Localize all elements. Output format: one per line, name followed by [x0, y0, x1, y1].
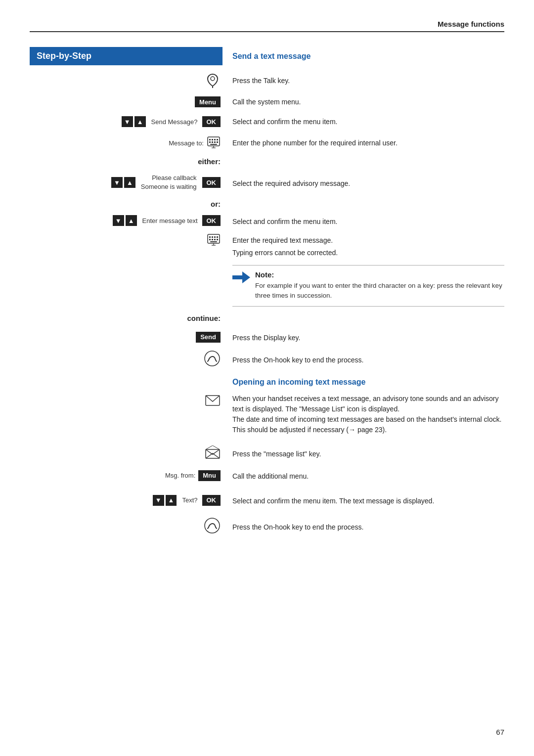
step3-desc: Select and confirm the menu item.: [232, 116, 337, 126]
page-header: Message functions: [30, 20, 504, 32]
nav-arrows-row5: ▼ ▲: [111, 177, 135, 188]
arrow-up-6[interactable]: ▲: [126, 215, 137, 226]
svg-line-34: [208, 527, 209, 529]
send-text-title: Send a text message: [232, 52, 504, 61]
svg-rect-21: [214, 239, 216, 240]
onhook-step1-desc: Press the On-hook key to end the process…: [232, 353, 363, 365]
svg-rect-5: [214, 139, 216, 140]
callback-label: Please callback Someone is waiting: [141, 174, 197, 191]
enter-msg-label: Enter message text: [142, 217, 198, 224]
talk-key-icon: [205, 72, 221, 89]
opening-text-title: Opening an incoming text message: [232, 378, 504, 387]
svg-line-30: [216, 360, 217, 361]
onhook-step2-desc: Press the On-hook key to end the process…: [232, 520, 363, 533]
svg-rect-10: [217, 141, 218, 143]
keyboard-icon-1: [207, 136, 221, 150]
step7-desc-line1: Enter the required text message.: [232, 233, 504, 246]
svg-marker-27: [242, 271, 250, 283]
or-label: or:: [211, 200, 221, 208]
open-envelope-icon: [205, 445, 221, 461]
step7-desc-line2: Typing errors cannot be corrected.: [232, 246, 504, 258]
step6-desc: Select and confirm the menu item.: [232, 215, 337, 227]
ok-button-row6[interactable]: OK: [202, 215, 221, 226]
svg-rect-4: [212, 139, 213, 140]
step-by-step-header: Step-by-Step: [30, 47, 222, 65]
svg-rect-11: [210, 144, 217, 145]
svg-rect-22: [217, 239, 218, 240]
svg-rect-23: [210, 241, 217, 242]
svg-point-33: [205, 518, 220, 533]
nav-arrows-row3: ▼ ▲: [122, 116, 146, 127]
svg-rect-8: [212, 141, 213, 143]
step1-desc: Press the Talk key.: [232, 75, 290, 85]
arrow-up[interactable]: ▲: [134, 116, 146, 127]
keyboard-icon-2: [207, 233, 221, 248]
svg-rect-7: [209, 141, 211, 143]
note-icon: [232, 271, 250, 285]
nav-arrows-text: ▼ ▲: [153, 495, 177, 506]
mnu-button[interactable]: Mnu: [198, 470, 221, 481]
text-label: Text?: [182, 496, 197, 504]
arrow-down-text[interactable]: ▼: [153, 495, 164, 506]
onhook-icon-1: [204, 350, 221, 368]
svg-point-0: [211, 77, 215, 81]
message-to-label: Message to:: [169, 139, 204, 147]
svg-line-35: [216, 527, 217, 529]
nav-arrows-row6: ▼ ▲: [113, 215, 137, 226]
ok-button-row5[interactable]: OK: [202, 177, 221, 188]
svg-rect-26: [232, 275, 242, 279]
step2-desc: Call the system menu.: [232, 96, 301, 106]
note-content: Note: For example if you want to enter t…: [255, 270, 504, 301]
arrow-up-5[interactable]: ▲: [124, 177, 135, 188]
send-button[interactable]: Send: [196, 332, 221, 343]
step5-desc: Select the required advisory message.: [232, 177, 350, 189]
page-number: 67: [496, 728, 504, 736]
svg-point-28: [205, 351, 220, 366]
note-box: Note: For example if you want to enter t…: [232, 265, 504, 307]
send-message-label: Send Message?: [151, 118, 198, 126]
envelope-icon: [205, 394, 221, 409]
header-title: Message functions: [438, 20, 504, 28]
ok-button-row3[interactable]: OK: [202, 116, 221, 127]
open-envelope-desc: Press the "message list" key.: [232, 447, 321, 459]
ok-button-text[interactable]: OK: [202, 495, 221, 506]
svg-rect-19: [209, 239, 211, 240]
either-label: either:: [198, 157, 221, 166]
note-text: For example if you want to enter the thi…: [255, 281, 504, 301]
envelope-desc: When your handset receives a text messag…: [232, 393, 501, 434]
svg-rect-16: [212, 236, 213, 238]
svg-rect-15: [209, 236, 211, 238]
menu-button[interactable]: Menu: [195, 96, 221, 107]
mnu-desc: Call the additional menu.: [232, 469, 309, 482]
svg-line-29: [208, 360, 209, 361]
svg-rect-6: [217, 139, 218, 140]
continue-label: continue:: [187, 314, 221, 322]
step4-desc: Enter the phone number for the required …: [232, 137, 398, 147]
arrow-down-5[interactable]: ▼: [111, 177, 123, 188]
note-title: Note:: [255, 270, 504, 279]
arrow-down[interactable]: ▼: [122, 116, 133, 127]
svg-rect-9: [214, 141, 216, 143]
arrow-down-6[interactable]: ▼: [113, 215, 124, 226]
svg-rect-18: [217, 236, 218, 238]
page: Message functions Step-by-Step Send a te…: [0, 0, 534, 756]
svg-rect-17: [214, 236, 216, 238]
onhook-icon-2: [204, 517, 221, 535]
text-ok-desc: Select and confirm the menu item. The te…: [232, 494, 434, 506]
svg-rect-3: [209, 139, 211, 140]
svg-rect-20: [212, 239, 213, 240]
send-step-desc: Press the Display key.: [232, 331, 300, 343]
msg-from-label: Msg. from:: [165, 472, 195, 479]
arrow-up-text[interactable]: ▲: [166, 495, 177, 506]
